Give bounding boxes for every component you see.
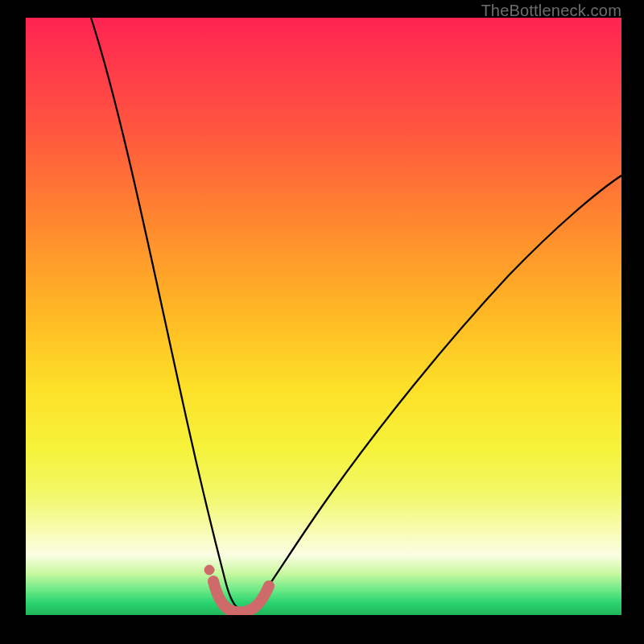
chart-frame: TheBottleneck.com: [0, 0, 644, 644]
marker-group: [204, 565, 269, 613]
bottleneck-curve: [91, 18, 621, 610]
svg-point-0: [204, 565, 214, 575]
chart-svg: [26, 18, 621, 615]
watermark-text: TheBottleneck.com: [481, 2, 621, 20]
